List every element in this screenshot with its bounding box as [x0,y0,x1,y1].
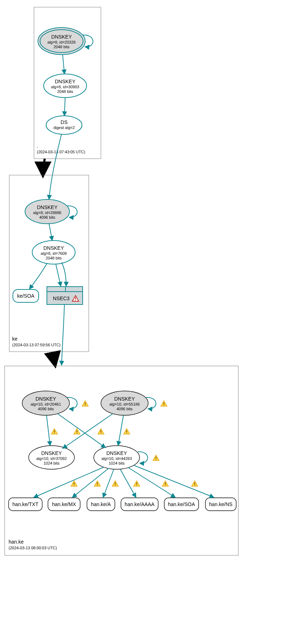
ke-nsec3-label: NSEC3 [53,296,70,301]
zone-hanke-label: han.ke [9,539,24,545]
root-ds-title: DS [60,119,67,125]
edge-ksk1-zsk1 [47,415,50,446]
edge-zsk2-a [103,469,114,497]
hanke-txt-label: han.ke/TXT [13,501,39,507]
ke-zsk-bits: 2048 bits [46,256,62,260]
root-ksk-node[interactable]: DNSKEY alg=8, id=20326 2048 bits [38,28,85,55]
zone-hanke: han.ke (2024-03-13 08:00:03 UTC) DNSKEY … [5,366,238,555]
hanke-a-node[interactable]: han.ke/A [87,498,115,511]
root-ds-node[interactable]: DS digest alg=2 [46,116,82,134]
edge-root-ksk-zsk [63,55,64,74]
warning-icon [133,481,140,486]
ke-zsk-alg: alg=8, id=7609 [41,251,67,256]
hanke-mx-label: han.ke/MX [52,501,77,507]
hanke-mx-node[interactable]: han.ke/MX [48,498,80,511]
hanke-zsk2-title: DNSKEY [106,450,127,456]
hanke-zsk2-node[interactable]: DNSKEY alg=10, id=44283 1024 bits [94,446,140,469]
edge-ke-to-hanke-zone [54,352,55,365]
hanke-ksk2-node[interactable]: DNSKEY alg=10, id=55186 4096 bits [101,391,148,415]
hanke-ns-label: han.ke/NS [209,501,232,507]
hanke-zsk1-bits: 1024 bits [44,461,60,465]
edge-ksk2-zsk2 [118,415,123,446]
warning-icon [51,428,58,434]
hanke-zsk1-title: DNSKEY [41,450,62,456]
root-zsk-alg: alg=8, id=30903 [51,85,79,89]
root-zsk-node[interactable]: DNSKEY alg=8, id=30903 2048 bits [44,74,87,98]
zone-root-label: . [37,143,38,149]
edge-zsk2-aaaa [120,469,136,497]
edge-ksk1-zsk2 [57,413,106,448]
zone-ke: ke (2024-03-13 07:59:56 UTC) DNSKEY alg=… [9,175,89,352]
ke-ksk-node[interactable]: DNSKEY alg=8, id=28886 4096 bits [25,199,69,224]
root-ds-alg: digest alg=2 [53,125,75,130]
warning-icon [112,481,118,486]
edge-ke-zsk-nsec3-a [56,264,61,286]
hanke-soa-label: han.ke/SOA [168,501,195,507]
edge-ke-ksk-zsk [49,224,52,241]
hanke-ksk2-bits: 4096 bits [117,407,133,411]
hanke-ksk1-title: DNSKEY [35,396,56,402]
hanke-ksk2-title: DNSKEY [114,396,135,402]
svg-point-8 [46,116,82,134]
ke-zsk-node[interactable]: DNSKEY alg=8, id=7609 2048 bits [32,241,75,264]
root-zsk-bits: 2048 bits [57,89,73,94]
edge-zsk2-soa [128,467,175,497]
edge-root-to-ke-zone [43,159,45,175]
edge-ke-nsec3-to-hanke [62,304,64,365]
root-ksk-bits: 2048 bits [54,45,70,49]
hanke-zsk2-bits: 1024 bits [109,461,125,465]
zone-ke-label: ke [12,336,18,342]
ke-ksk-alg: alg=8, id=28886 [33,210,62,215]
hanke-aaaa-label: han.ke/AAAA [125,501,155,507]
ke-zsk-title: DNSKEY [43,245,64,251]
warning-icon [161,401,167,406]
hanke-a-label: han.ke/A [91,501,111,507]
zone-root: . (2024-03-13 07:43:05 UTC) DNSKEY alg=8… [34,7,101,159]
edge-ke-zsk-soa [29,263,47,289]
warning-icon [123,428,130,434]
hanke-soa-node[interactable]: han.ke/SOA [164,498,199,511]
edge-root-ds-to-ke-ksk [49,134,62,199]
hanke-zsk1-alg: alg=10, id=37092 [36,456,67,461]
edge-root-zsk-ds [64,98,65,116]
edge-zsk2-ns [134,465,214,497]
zone-hanke-timestamp: (2024-03-13 08:00:03 UTC) [9,546,57,550]
hanke-ksk2-alg: alg=10, id=55186 [109,402,140,406]
edge-zsk2-txt [34,467,104,497]
warning-icon [94,481,101,486]
hanke-ksk1-alg: alg=10, id=20461 [30,402,61,406]
warning-icon [71,481,77,486]
ke-nsec3-node[interactable]: NSEC3 [47,287,83,304]
hanke-ksk1-bits: 4096 bits [38,407,54,411]
ke-ksk-bits: 4096 bits [39,215,55,219]
edge-ke-zsk-nsec3-b [62,262,66,286]
warning-icon [191,481,198,486]
zone-root-timestamp: (2024-03-13 07:43:05 UTC) [37,150,85,154]
warning-icon [82,401,88,406]
root-ksk-title: DNSKEY [51,34,72,40]
ke-ksk-title: DNSKEY [37,204,58,210]
hanke-zsk2-alg: alg=10, id=44283 [101,456,132,461]
hanke-ksk1-node[interactable]: DNSKEY alg=10, id=20461 4096 bits [22,391,69,415]
ke-soa-node[interactable]: ke/SOA [13,289,39,302]
warning-icon [153,455,159,461]
dnssec-auth-graph: . (2024-03-13 07:43:05 UTC) DNSKEY alg=8… [0,0,282,644]
edge-ksk2-zsk1 [63,413,113,449]
hanke-zsk1-node[interactable]: DNSKEY alg=10, id=37092 1024 bits [29,446,74,469]
warning-icon [98,428,104,434]
zone-ke-timestamp: (2024-03-13 07:59:56 UTC) [12,343,60,347]
hanke-txt-node[interactable]: han.ke/TXT [9,498,42,511]
hanke-ns-node[interactable]: han.ke/NS [205,498,236,511]
root-ksk-alg: alg=8, id=20326 [48,40,76,44]
hanke-aaaa-node[interactable]: han.ke/AAAA [121,498,158,511]
ke-soa-label: ke/SOA [17,293,35,299]
warning-icon [162,481,169,486]
root-zsk-title: DNSKEY [55,79,76,84]
